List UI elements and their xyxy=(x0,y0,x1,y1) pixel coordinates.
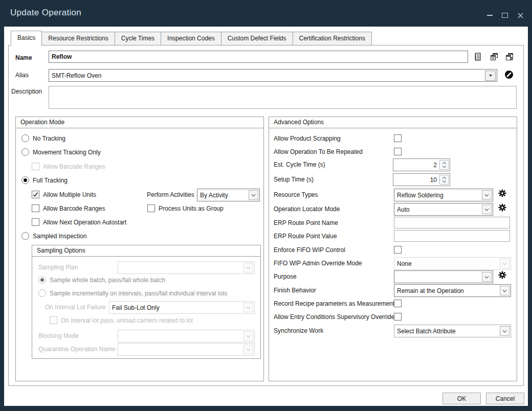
check-icon xyxy=(33,192,38,197)
alias-label: Alias xyxy=(15,71,29,79)
finish-behavior-dropdown-button[interactable] xyxy=(500,286,509,295)
perform-activities-combobox[interactable]: By Activity xyxy=(197,189,260,201)
tab-basics[interactable]: Basics xyxy=(11,31,42,45)
erp-route-point-value-input[interactable] xyxy=(394,230,510,242)
name-input[interactable] xyxy=(49,51,468,63)
resource-types-dropdown-button[interactable] xyxy=(482,190,492,200)
checkbox-enforce-fifo-wip-control[interactable] xyxy=(394,246,402,254)
operation-locator-mode-label: Operation Locator Mode xyxy=(274,205,340,213)
checkbox-allow-product-scrapping[interactable] xyxy=(394,134,402,142)
notes-button[interactable] xyxy=(473,52,482,61)
checkbox-process-units-as-group[interactable] xyxy=(147,204,155,212)
notes-icon xyxy=(473,52,482,61)
fifo-wip-admin-override-mode-dropdown-button xyxy=(500,259,509,268)
est-cycle-time-spinner[interactable]: 2 xyxy=(393,158,450,171)
on-interval-lot-pass-label: On interval lot pass, unload carriers re… xyxy=(61,316,193,325)
setup-time-spinner[interactable]: 10 xyxy=(393,173,450,186)
chevron-down-icon xyxy=(484,194,489,197)
checkbox-record-recipe-parameters[interactable] xyxy=(394,300,402,307)
perform-activities-value: By Activity xyxy=(197,192,248,199)
update-operation-dialog: Update Operation Basics Resource Restric… xyxy=(0,0,532,411)
copy-edit-button[interactable] xyxy=(505,52,514,61)
copy-button[interactable] xyxy=(490,52,499,61)
chevron-up-icon xyxy=(442,176,447,179)
chevron-down-icon xyxy=(502,330,507,333)
fifo-wip-admin-override-mode-value: None xyxy=(394,260,499,267)
maximize-button[interactable] xyxy=(501,12,508,18)
allow-entry-conditions-override-label: Allow Entry Conditions Supervisory Overr… xyxy=(274,313,394,321)
synchronize-work-dropdown-button[interactable] xyxy=(500,326,509,336)
sampling-plan-dropdown-button xyxy=(243,263,253,272)
chevron-down-icon xyxy=(489,75,492,77)
setup-time-spin-buttons[interactable] xyxy=(439,175,449,185)
radio-full-tracking[interactable] xyxy=(21,176,29,184)
erp-route-point-value-label: ERP Route Point Value xyxy=(274,232,337,240)
tab-cycle-times[interactable]: Cycle Times xyxy=(115,32,161,45)
blocking-mode-label: Blocking Mode xyxy=(38,332,79,340)
est-cycle-time-label: Est. Cycle Time (s) xyxy=(274,161,325,169)
maximize-icon xyxy=(502,13,508,18)
erp-route-point-name-label: ERP Route Point Name xyxy=(274,219,338,227)
operation-locator-mode-dropdown-button[interactable] xyxy=(482,204,492,214)
synchronize-work-combobox[interactable]: Select Batch Attribute xyxy=(394,325,511,337)
setup-time-value: 10 xyxy=(393,176,439,184)
radio-movement-tracking-only[interactable] xyxy=(21,148,29,156)
copy-edit-icon xyxy=(505,52,514,61)
on-interval-lot-failure-label: On Interval Lot Failure xyxy=(45,303,106,311)
purpose-dropdown-button[interactable] xyxy=(482,272,492,282)
resource-types-combobox[interactable]: Reflow Soldering xyxy=(394,189,493,201)
checkbox-allow-operation-to-be-repeated[interactable] xyxy=(394,148,402,155)
chevron-down-icon xyxy=(484,276,489,279)
on-interval-lot-failure-combobox: Fail Sub-Lot Only xyxy=(109,301,255,314)
synchronize-work-label: Synchronize Work xyxy=(274,327,323,335)
allow-multiple-units-label: Allow Multiple Units xyxy=(43,191,96,199)
finish-behavior-combobox[interactable]: Remain at the Operation xyxy=(394,284,511,297)
chevron-down-icon xyxy=(246,266,251,269)
erp-route-point-name-input[interactable] xyxy=(394,217,510,229)
process-units-as-group-label: Process Units as Group xyxy=(159,204,224,213)
radio-sampled-inspection[interactable] xyxy=(21,232,29,240)
allow-product-scrapping-label: Allow Product Scrapping xyxy=(274,134,341,143)
operation-locator-mode-combobox[interactable]: Auto xyxy=(394,203,493,216)
quarantine-operation-name-combobox xyxy=(118,343,255,356)
ban-icon xyxy=(504,70,514,79)
est-cycle-time-spin-buttons[interactable] xyxy=(439,160,449,170)
finish-behavior-value: Remain at the Operation xyxy=(394,287,499,294)
resource-types-settings-button[interactable] xyxy=(498,189,506,197)
checkbox-on-interval-lot-pass xyxy=(50,316,57,324)
window-title: Update Operation xyxy=(10,8,81,18)
chevron-down-icon xyxy=(246,306,251,309)
allow-operation-to-be-repeated-label: Allow Operation To Be Repeated xyxy=(274,148,363,156)
checkbox-allow-next-operation-autostart[interactable] xyxy=(32,218,39,226)
description-textarea[interactable] xyxy=(49,86,517,109)
allow-next-operation-autostart-label: Allow Next Operation Autostart xyxy=(43,218,126,226)
radio-no-tracking[interactable] xyxy=(21,134,29,142)
alias-clear-button[interactable] xyxy=(504,70,514,79)
perform-activities-label: Perform Activities xyxy=(147,191,194,199)
tab-resource-restrictions[interactable]: Resource Restrictions xyxy=(41,32,115,45)
alias-value: SMT-Reflow Oven xyxy=(49,72,485,79)
gear-icon xyxy=(498,189,506,197)
alias-dropdown-button[interactable] xyxy=(485,71,496,81)
minimize-button[interactable] xyxy=(486,12,493,18)
copy-icon xyxy=(490,52,499,61)
tab-custom-defect-fields[interactable]: Custom Defect Fields xyxy=(221,32,293,45)
titlebar[interactable]: Update Operation xyxy=(0,0,532,27)
tab-certification-restrictions[interactable]: Certification Restrictions xyxy=(293,32,372,45)
purpose-settings-button[interactable] xyxy=(498,271,506,279)
purpose-combobox[interactable] xyxy=(394,270,493,283)
tab-inspection-codes[interactable]: Inspection Codes xyxy=(161,32,221,45)
chevron-up-icon xyxy=(442,162,447,165)
operation-locator-mode-settings-button[interactable] xyxy=(498,203,506,212)
close-icon xyxy=(518,13,523,18)
checkbox-allow-multiple-units[interactable] xyxy=(32,191,39,198)
alias-combobox[interactable]: SMT-Reflow Oven xyxy=(49,69,497,82)
ok-button[interactable]: OK xyxy=(442,393,481,404)
checkbox-allow-barcode-ranges[interactable] xyxy=(32,204,39,212)
cancel-button[interactable]: Cancel xyxy=(486,393,524,404)
on-interval-lot-failure-dropdown-button xyxy=(243,303,253,312)
close-button[interactable] xyxy=(517,12,524,18)
chevron-down-icon xyxy=(442,180,447,183)
perform-activities-dropdown-button[interactable] xyxy=(249,190,258,200)
checkbox-allow-entry-conditions-override[interactable] xyxy=(394,313,402,321)
